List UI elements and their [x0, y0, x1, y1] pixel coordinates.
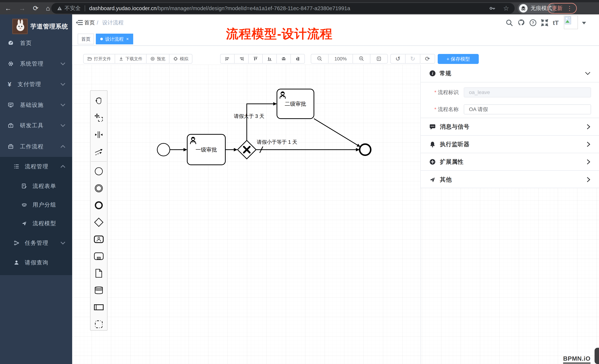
align-middle-button[interactable]: [277, 54, 291, 63]
bookmark-star-icon[interactable]: ☆: [503, 5, 509, 12]
corner-handle: [595, 348, 599, 364]
field-label: *流程标识: [434, 89, 458, 96]
incognito-icon: [519, 4, 528, 13]
download-file-button[interactable]: 下载文件: [115, 54, 147, 63]
search-icon[interactable]: [505, 14, 513, 31]
breadcrumb-home[interactable]: 首页: [84, 14, 95, 31]
sidebar-item-user-group[interactable]: 用户分组: [0, 195, 72, 214]
sidebar-item-home[interactable]: 首页: [0, 33, 72, 53]
forward-icon[interactable]: →: [19, 5, 26, 12]
start-event-node[interactable]: [157, 143, 170, 156]
refresh-icon: ⟳: [425, 56, 430, 62]
file-button-group: 打开文件 下载文件 预览 模拟: [83, 54, 192, 64]
section-message-signal[interactable]: 消息与信号: [421, 118, 599, 136]
tab-design-process[interactable]: 设计流程 ×: [96, 34, 133, 44]
user-task-node-level1[interactable]: 一级审批: [187, 134, 225, 165]
bpmn-io-watermark[interactable]: BPMN.iO: [563, 355, 590, 364]
breadcrumb-current: 设计流程: [102, 14, 123, 31]
sidebar-item-label: 流程模型: [33, 220, 56, 227]
sidebar-item-payment[interactable]: ¥ 支付管理: [0, 74, 72, 95]
end-event-node[interactable]: [360, 144, 371, 155]
chip-icon: [173, 56, 178, 61]
kebab-menu-icon[interactable]: ⋮: [567, 5, 573, 11]
align-right-button[interactable]: [235, 54, 249, 63]
sidebar-item-system[interactable]: 系统管理: [0, 53, 72, 74]
save-model-label: + 保存模型: [447, 56, 470, 62]
exclusive-gateway-node[interactable]: [238, 140, 256, 159]
send-icon: [429, 176, 436, 183]
zoom-out-button[interactable]: [311, 54, 328, 63]
home-icon[interactable]: ⌂: [46, 5, 50, 12]
update-label: 更新: [552, 5, 563, 12]
reload-icon[interactable]: ⟳: [33, 5, 38, 12]
zoom-reset-button[interactable]: [370, 54, 387, 63]
briefcase-icon: [8, 144, 14, 150]
sidebar-item-label: 工作流程: [20, 143, 44, 150]
simulate-button[interactable]: 模拟: [169, 54, 192, 63]
fit-viewport-icon: [376, 56, 381, 61]
process-key-input[interactable]: [464, 87, 591, 97]
key-icon[interactable]: [490, 6, 496, 11]
sidebar-item-infra[interactable]: 基础设施: [0, 95, 72, 115]
sidebar-item-label: 研发工具: [20, 122, 44, 129]
section-other[interactable]: 其他: [421, 171, 599, 188]
restart-button[interactable]: ⟳: [420, 54, 435, 63]
help-icon[interactable]: ?: [529, 14, 537, 31]
section-title: 常规: [440, 69, 451, 77]
section-extended-attributes[interactable]: 扩展属性: [421, 153, 599, 171]
browser-nav: ← → ⟳ ⌂: [3, 2, 50, 14]
browser-update-button[interactable]: 更新 ⋮: [547, 3, 577, 14]
back-icon[interactable]: ←: [5, 5, 11, 12]
preview-icon: [150, 56, 155, 61]
sidebar-item-process-model[interactable]: 流程模型: [0, 214, 72, 233]
sidebar-item-leave-query[interactable]: 请假查询: [0, 253, 72, 272]
flow-gateway-to-task2[interactable]: [247, 104, 274, 140]
sidebar-item-label: 首页: [20, 39, 32, 47]
avatar[interactable]: [564, 16, 578, 29]
github-icon[interactable]: [517, 14, 525, 31]
section-title: 消息与信号: [440, 123, 469, 131]
save-model-button[interactable]: + 保存模型: [438, 54, 479, 64]
chevron-down-icon: [60, 124, 65, 127]
sidebar-item-workflow[interactable]: 工作流程: [0, 136, 72, 157]
preview-button[interactable]: 预览: [147, 54, 169, 63]
user-task-node-level2[interactable]: 二级审批: [277, 89, 314, 119]
chevron-right-icon: [586, 177, 590, 182]
align-bottom-button[interactable]: [263, 54, 277, 63]
align-top-button[interactable]: [249, 54, 263, 63]
chevron-down-icon: [60, 241, 65, 245]
font-size-icon[interactable]: tT: [553, 14, 559, 31]
section-execution-listener[interactable]: 执行监听器: [421, 136, 599, 153]
sidebar-item-label: 系统管理: [20, 60, 44, 68]
zoom-in-button[interactable]: [353, 54, 370, 63]
condition-label-gt3[interactable]: 请假大于 3 天: [234, 113, 264, 119]
avatar-caret-icon[interactable]: [582, 22, 586, 24]
align-center-button[interactable]: [291, 54, 305, 63]
process-name-input[interactable]: [464, 104, 591, 114]
flow-task2-to-end[interactable]: [314, 119, 358, 145]
sidebar-fold-icon[interactable]: [75, 18, 84, 27]
undo-button[interactable]: ↺: [391, 54, 405, 63]
chevron-right-icon: [586, 124, 590, 129]
tab-close-icon[interactable]: ×: [126, 37, 129, 41]
url-host[interactable]: dashboard.yudao.iocoder.cn: [89, 5, 157, 11]
fullscreen-icon[interactable]: [541, 14, 549, 31]
sidebar-item-process-form[interactable]: 流程表单: [0, 177, 72, 196]
button-label: 模拟: [180, 56, 188, 62]
align-left-button[interactable]: [220, 54, 235, 63]
sidebar-item-task-mgmt[interactable]: 任务管理: [0, 233, 72, 253]
tab-home[interactable]: 首页: [78, 34, 94, 44]
align-bottom-icon: [267, 56, 272, 61]
sidebar-item-process-mgmt[interactable]: 流程管理: [0, 157, 72, 176]
sidebar-item-devtools[interactable]: 研发工具: [0, 115, 72, 136]
zoom-level[interactable]: 100%: [328, 54, 353, 63]
chevron-down-icon: [60, 83, 65, 86]
redo-button[interactable]: ↻: [405, 54, 420, 63]
condition-label-lte1[interactable]: 请假小于等于 1 天: [257, 139, 297, 145]
section-general[interactable]: i 常规: [421, 65, 599, 82]
address-bar[interactable]: 不安全 dashboard.yudao.iocoder.cn/bpm/manag…: [51, 3, 515, 14]
zoom-level-value: 100%: [335, 56, 347, 62]
security-label[interactable]: 不安全: [65, 5, 81, 12]
url-path[interactable]: /bpm/manager/model/design?modelId=e4a1a1…: [157, 5, 350, 11]
open-file-button[interactable]: 打开文件: [84, 54, 115, 63]
